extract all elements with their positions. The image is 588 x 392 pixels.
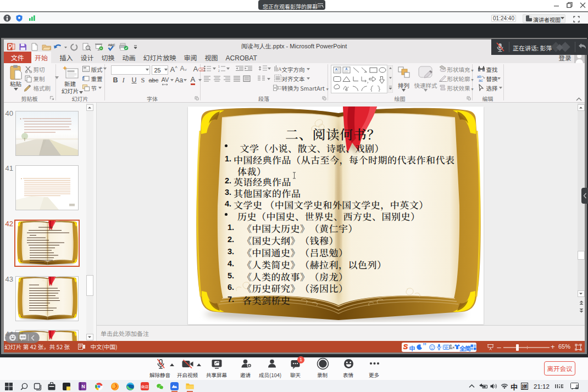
svg-text:1: 1 (218, 65, 220, 68)
svg-text:ac: ac (479, 79, 483, 82)
svg-text:ABC: ABC (108, 43, 115, 46)
svg-text:商店: 商店 (141, 384, 149, 389)
svg-text:ab: ab (477, 75, 481, 79)
svg-text:A: A (278, 66, 281, 72)
svg-text:2: 2 (218, 69, 220, 72)
svg-text:N: N (81, 384, 85, 389)
